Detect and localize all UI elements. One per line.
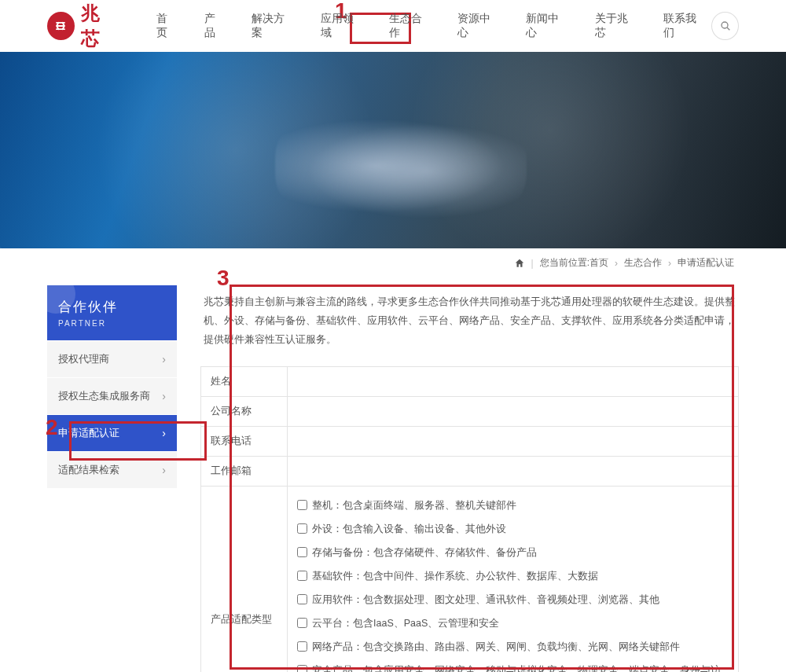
category-checkbox[interactable] [297,571,307,581]
category-checkbox[interactable] [297,594,307,604]
label-company: 公司名称 [201,397,288,427]
category-checkbox-label: 外设：包含输入设备、输出设备、其他外设 [312,521,506,537]
category-checkbox-row[interactable]: 存储与备份：包含存储硬件、存储软件、备份产品 [297,545,729,560]
category-checkbox-row[interactable]: 云平台：包含IaaS、PaaS、云管理和安全 [297,615,729,631]
logo-text: 兆芯 [81,1,119,51]
sidebar-item-label: 授权代理商 [58,352,109,366]
category-checkbox-label: 安全产品：包含应用安全、网络安全、移动与虚拟化安全、物理安全、端点安全、身份与访… [312,663,729,672]
sidebar-title-en: PARTNER [58,319,166,328]
nav-about[interactable]: 关于兆芯 [589,7,643,45]
sidebar-item-label: 申请适配认证 [58,426,119,440]
nav-contact[interactable]: 联系我们 [657,7,711,45]
hero-banner [0,52,786,248]
sidebar-item-apply-cert[interactable]: 申请适配认证 › [47,414,177,451]
breadcrumb-current: 您当前位置:首页 [540,256,608,270]
input-email-cell[interactable] [288,457,739,487]
category-checkbox-row[interactable]: 应用软件：包含数据处理、图文处理、通讯软件、音视频处理、浏览器、其他 [297,592,729,608]
search-button[interactable] [711,12,739,40]
sidebar-item-search-results[interactable]: 适配结果检索 › [47,451,177,488]
breadcrumb-link-1[interactable]: 生态合作 [624,256,662,270]
application-form: 姓名 公司名称 联系电话 工作邮箱 产品适配类型 [200,366,739,672]
category-checkbox-label: 网络产品：包含交换路由、路由器、网关、网闸、负载均衡、光网、网络关键部件 [312,639,680,655]
breadcrumb-link-2[interactable]: 申请适配认证 [678,256,734,270]
nav-home[interactable]: 首页 [150,7,184,45]
category-checkbox-label: 存储与备份：包含存储硬件、存储软件、备份产品 [312,545,537,560]
category-checkbox-row[interactable]: 整机：包含桌面终端、服务器、整机关键部件 [297,498,729,513]
sidebar-item-integrators[interactable]: 授权生态集成服务商 › [47,377,177,414]
nav-applications[interactable]: 应用领域 [314,7,369,45]
category-checkbox[interactable] [297,665,307,672]
input-company-cell[interactable] [288,397,739,427]
nav-ecosystem[interactable]: 生态合作 [383,7,437,45]
category-checkbox-row[interactable]: 基础软件：包含中间件、操作系统、办公软件、数据库、大数据 [297,568,729,584]
category-checkbox-row[interactable]: 安全产品：包含应用安全、网络安全、移动与虚拟化安全、物理安全、端点安全、身份与访… [297,663,729,672]
chevron-right-icon: › [162,464,166,476]
category-checkbox-label: 云平台：包含IaaS、PaaS、云管理和安全 [312,615,499,631]
label-phone: 联系电话 [201,427,288,457]
svg-point-0 [722,22,728,28]
category-checkbox-label: 基础软件：包含中间件、操作系统、办公软件、数据库、大数据 [312,568,598,584]
sidebar-item-label: 授权生态集成服务商 [58,389,150,403]
home-icon [514,258,525,269]
checkbox-list-cell: 整机：包含桌面终端、服务器、整机关键部件外设：包含输入设备、输出设备、其他外设存… [288,487,739,672]
label-category: 产品适配类型 [201,487,288,672]
svg-line-1 [727,28,729,30]
logo-icon [47,12,75,40]
category-checkbox[interactable] [297,500,307,510]
sidebar-item-agents[interactable]: 授权代理商 › [47,340,177,377]
search-icon [719,20,732,32]
nav-news[interactable]: 新闻中心 [520,7,574,45]
sidebar-item-label: 适配结果检索 [58,463,119,477]
sidebar: 合作伙伴 PARTNER 授权代理商 › 授权生态集成服务商 › 申请适配认证 … [47,285,177,488]
category-checkbox[interactable] [297,641,307,652]
nav-resources[interactable]: 资源中心 [451,7,505,45]
nav-solutions[interactable]: 解决方案 [245,7,299,45]
label-name: 姓名 [201,367,288,397]
chevron-right-icon: › [162,353,166,365]
breadcrumb: | 您当前位置:首页 › 生态合作 › 申请适配认证 [0,248,786,277]
nav-products[interactable]: 产品 [198,7,232,45]
category-checkbox-label: 整机：包含桌面终端、服务器、整机关键部件 [312,498,516,513]
category-checkbox-row[interactable]: 网络产品：包含交换路由、路由器、网关、网闸、负载均衡、光网、网络关键部件 [297,639,729,655]
input-name-cell[interactable] [288,367,739,397]
sidebar-title-zh: 合作伙伴 [58,298,166,316]
top-nav: 首页 产品 解决方案 应用领域 生态合作 资源中心 新闻中心 关于兆芯 联系我们 [150,7,711,45]
chevron-right-icon: › [162,390,166,402]
category-checkbox[interactable] [297,618,307,628]
main-panel: 兆芯秉持自主创新与兼容主流的路线，寻求更多生态合作伙伴共同推动基于兆芯通用处理器… [200,285,739,672]
category-checkbox[interactable] [297,523,307,534]
header: 兆芯 首页 产品 解决方案 应用领域 生态合作 资源中心 新闻中心 关于兆芯 联… [0,0,786,52]
input-phone-cell[interactable] [288,427,739,457]
category-checkbox-row[interactable]: 外设：包含输入设备、输出设备、其他外设 [297,521,729,537]
intro-text: 兆芯秉持自主创新与兼容主流的路线，寻求更多生态合作伙伴共同推动基于兆芯通用处理器… [204,293,739,349]
logo[interactable]: 兆芯 [47,1,119,51]
category-checkbox[interactable] [297,547,307,557]
label-email: 工作邮箱 [201,457,288,487]
chevron-right-icon: › [162,427,166,439]
category-checkbox-label: 应用软件：包含数据处理、图文处理、通讯软件、音视频处理、浏览器、其他 [312,592,659,608]
sidebar-header: 合作伙伴 PARTNER [47,285,177,340]
